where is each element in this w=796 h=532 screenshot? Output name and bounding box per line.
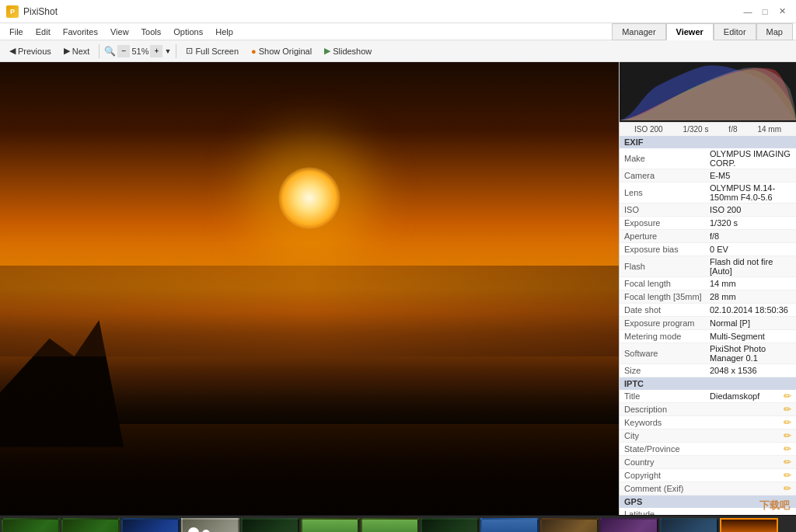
full-screen-icon: ⊡ (186, 46, 193, 56)
iptc-edit-icon[interactable]: ✏ (784, 443, 791, 454)
ground-shadow (0, 356, 619, 515)
exif-label: Exposure bias (624, 245, 710, 254)
exif-label: Lens (624, 188, 710, 197)
menu-file[interactable]: File (3, 26, 30, 38)
thumbnail[interactable]: Macros-004... (2, 518, 60, 532)
zoom-decrease[interactable]: − (117, 45, 130, 57)
menu-options[interactable]: Options (167, 26, 209, 38)
show-original-button[interactable]: ● Show Original (246, 45, 316, 57)
zoom-dropdown-arrow[interactable]: ▼ (164, 47, 171, 55)
exif-value: Flash did not fire [Auto] (710, 257, 791, 276)
thumbnail[interactable]: Mixed-002.j... (540, 518, 599, 532)
thumbnail[interactable]: Sunset.jpg (720, 518, 778, 532)
iptc-edit-icon[interactable]: ✏ (784, 417, 791, 428)
aperture-value: f/8 (728, 125, 737, 134)
iptc-row: Keywords ✏ (620, 416, 796, 429)
thumbnail[interactable]: Mixed-003.j... (600, 518, 658, 532)
menu-favorites[interactable]: Favorites (57, 26, 104, 38)
iptc-edit-icon[interactable]: ✏ (784, 430, 791, 441)
exif-label: Exposure (624, 218, 710, 228)
exif-section-header: EXIF (620, 136, 796, 148)
titlebar-controls: — □ ✕ (740, 5, 790, 19)
main-area: ISO 200 1/320 s f/8 14 mm EXIF Make OLYM… (0, 62, 796, 515)
thumbnail[interactable]: Macros-009... (301, 518, 359, 532)
cloud-band (0, 266, 619, 356)
iptc-label: Country (624, 457, 710, 467)
exif-value: OLYMPUS M.14-150mm F4.0-5.6 (710, 183, 791, 202)
iptc-edit-icon[interactable]: ✏ (784, 470, 791, 481)
toolbar: ◀ Previous ▶ Next 🔍 − 51% + ▼ ⊡ Full Scr… (0, 40, 796, 62)
toolbar-sep-2 (176, 44, 176, 58)
iptc-edit-icon[interactable]: ✏ (784, 404, 791, 415)
menu-help[interactable]: Help (209, 26, 239, 38)
exif-label: Make (624, 154, 710, 163)
prev-button[interactable]: ◀ Previous (5, 44, 56, 57)
iptc-label: Keywords (624, 418, 710, 427)
thumbnail[interactable]: Macros-006... (121, 518, 180, 532)
iptc-label: Comment (Exif) (624, 484, 710, 493)
focal-value: 14 mm (757, 125, 781, 134)
exif-value: OLYMPUS IMAGING CORP. (710, 149, 791, 168)
minimize-button[interactable]: — (740, 5, 756, 19)
exif-value: PixiShot Photo Manager 0.1 (710, 344, 791, 363)
thumbnail[interactable]: Macros-008... (241, 518, 299, 532)
menu-edit[interactable]: Edit (30, 26, 57, 38)
thumbs-container: Macros-004... Macros-005... Macros-006..… (2, 518, 778, 532)
exif-value: Multi-Segment (710, 332, 791, 341)
exif-panel[interactable]: EXIF Make OLYMPUS IMAGING CORP. Camera E… (620, 136, 796, 515)
titlebar-title: PixiShot (23, 6, 58, 17)
exif-label: Metering mode (624, 332, 710, 341)
exif-value: 14 mm (710, 279, 791, 288)
iptc-edit-icon[interactable]: ✏ (784, 391, 791, 402)
exif-value: 0 EV (710, 245, 791, 254)
slideshow-button[interactable]: ▶ Slideshow (319, 44, 376, 57)
exif-value: f/8 (710, 231, 791, 241)
image-panel[interactable] (0, 62, 619, 515)
menu-view[interactable]: View (104, 26, 135, 38)
iptc-section-header: IPTC (620, 377, 796, 390)
thumbnail[interactable]: Macros-005... (61, 518, 120, 532)
full-screen-button[interactable]: ⊡ Full Screen (181, 44, 243, 57)
next-button[interactable]: ▶ Next (59, 44, 95, 57)
zoom-increase[interactable]: + (150, 45, 162, 57)
view-mode-map[interactable]: Map (756, 23, 793, 40)
menu-tools[interactable]: Tools (135, 26, 168, 38)
thumbnail[interactable]: Mixed-004.j... (660, 518, 718, 532)
prev-arrow-icon: ◀ (9, 46, 16, 56)
exif-label: Aperture (624, 231, 710, 241)
maximize-button[interactable]: □ (757, 5, 773, 19)
thumbnail[interactable]: Mixed-001.j... (480, 518, 539, 532)
iptc-edit-icon[interactable]: ✏ (784, 457, 791, 468)
view-mode-manager[interactable]: Manager (612, 23, 665, 40)
iptc-row: State/Province ✏ (620, 443, 796, 456)
close-button[interactable]: ✕ (774, 5, 790, 19)
iptc-row: Description ✏ (620, 403, 796, 416)
exif-row: Size 2048 x 1536 (620, 364, 796, 377)
exif-value: 2048 x 1536 (710, 366, 791, 375)
view-mode-viewer[interactable]: Viewer (666, 23, 714, 40)
thumbnail[interactable]: Macros-009... (361, 518, 419, 532)
exif-value: 28 mm (710, 292, 791, 301)
toolbar-sep-1 (99, 44, 100, 58)
view-mode-editor[interactable]: Editor (714, 23, 756, 40)
gps-label: Latitude (624, 509, 710, 515)
histogram: ISO 200 1/320 s f/8 14 mm (620, 62, 796, 136)
exif-row: Lens OLYMPUS M.14-150mm F4.0-5.6 (620, 183, 796, 203)
thumbnail[interactable]: Macros-010... (421, 518, 479, 532)
exif-row: Exposure 1/320 s (620, 217, 796, 230)
iptc-row: City ✏ (620, 429, 796, 443)
exif-value: 02.10.2014 18:50:36 (710, 305, 791, 315)
gps-row: Latitude (620, 508, 796, 515)
exif-row: Flash Flash did not fire [Auto] (620, 256, 796, 277)
gps-rows-container: Latitude Longitude (620, 508, 796, 515)
thumbnail[interactable]: Macros-007... (181, 518, 239, 532)
histogram-chart (620, 62, 796, 120)
exif-row: ISO ISO 200 (620, 203, 796, 217)
iptc-edit-icon[interactable]: ✏ (784, 483, 791, 494)
iptc-label: Copyright (624, 471, 710, 480)
iptc-row: Title Diedamskopf ✏ (620, 390, 796, 403)
show-original-icon: ● (251, 47, 257, 56)
exif-row: Exposure bias 0 EV (620, 243, 796, 256)
main-image (0, 62, 619, 515)
exif-label: Date shot (624, 305, 710, 315)
